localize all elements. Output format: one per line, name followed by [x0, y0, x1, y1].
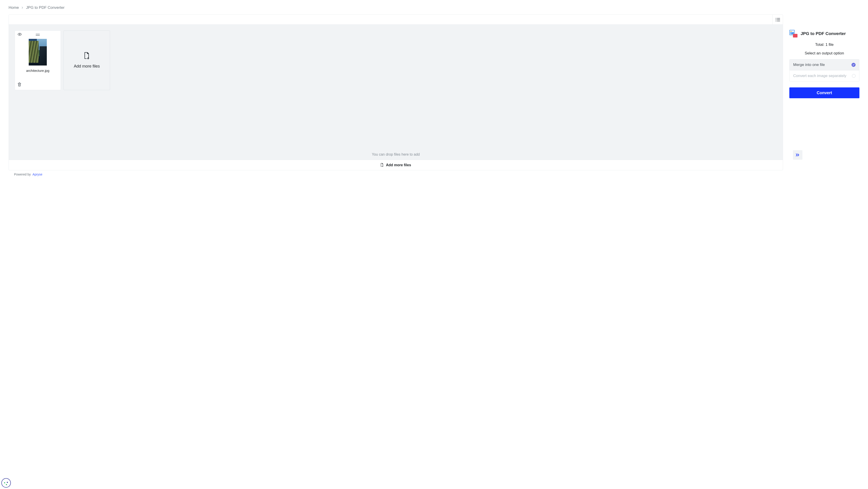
file-add-icon	[84, 52, 90, 59]
preview-icon[interactable]	[18, 33, 22, 37]
file-card[interactable]: architecture.jpg	[15, 31, 61, 90]
chevron-right-icon	[22, 6, 23, 9]
svg-rect-1	[777, 18, 780, 19]
add-more-files-bar-label: Add more files	[386, 163, 411, 167]
drop-hint-text: You can drop files here to add	[9, 153, 783, 157]
chevron-double-right-icon	[796, 153, 800, 157]
svg-point-2	[776, 19, 776, 20]
powered-by-label: Powered by Apryse	[8, 172, 860, 176]
check-circle-icon	[851, 63, 856, 67]
breadcrumb: Home JPG to PDF Converter	[8, 5, 860, 10]
svg-rect-3	[777, 20, 780, 20]
side-panel: JPG to PDF Converter Total: 1 file Selec…	[789, 14, 860, 160]
convert-button[interactable]: Convert	[789, 88, 860, 98]
delete-icon[interactable]	[18, 83, 21, 87]
option-merge-label: Merge into one file	[793, 63, 825, 67]
breadcrumb-current: JPG to PDF Converter	[26, 5, 64, 10]
option-separate[interactable]: Convert each image separately	[789, 70, 859, 81]
drag-handle-icon[interactable]	[36, 34, 40, 36]
svg-rect-5	[777, 21, 780, 21]
collapse-panel-button[interactable]	[793, 150, 802, 160]
option-separate-label: Convert each image separately	[793, 74, 846, 78]
list-view-button[interactable]	[772, 15, 783, 25]
output-option-group: Merge into one file Convert each image s…	[789, 59, 860, 82]
svg-point-6	[19, 34, 20, 35]
svg-point-0	[776, 18, 776, 19]
file-add-small-icon	[380, 163, 383, 167]
apryse-link[interactable]: Apryse	[33, 172, 42, 176]
breadcrumb-home[interactable]: Home	[8, 5, 19, 10]
toolbar	[9, 15, 783, 25]
option-merge[interactable]: Merge into one file	[789, 59, 859, 70]
file-count-label: Total: 1 file	[789, 42, 860, 47]
file-workspace[interactable]: architecture.jpg Add more files	[9, 25, 783, 160]
jpg-to-pdf-icon	[789, 30, 798, 37]
add-more-files-label: Add more files	[74, 64, 100, 69]
add-more-files-box[interactable]: Add more files	[64, 31, 110, 90]
tool-title: JPG to PDF Converter	[801, 31, 846, 36]
svg-point-4	[776, 21, 776, 21]
add-more-files-bar[interactable]: Add more files	[9, 160, 783, 170]
file-thumbnail	[29, 39, 47, 65]
radio-empty-icon	[852, 74, 856, 78]
main-panel: architecture.jpg Add more files	[8, 14, 783, 170]
list-icon	[776, 18, 780, 22]
file-name-label: architecture.jpg	[26, 69, 50, 72]
instruction-label: Select an output option	[789, 51, 860, 56]
